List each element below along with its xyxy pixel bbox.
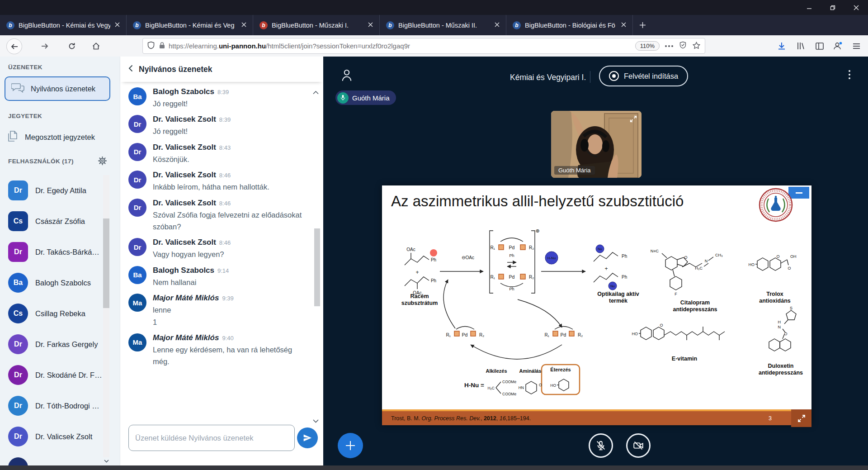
user-list-item[interactable]: Dr Dr. Tóth-Bodrogi …: [0, 390, 105, 421]
svg-text:N: N: [778, 325, 781, 329]
scroll-down-icon[interactable]: [103, 457, 109, 465]
notes-section-label: JEGYETEK: [8, 113, 42, 119]
url-bar[interactable]: https://elearning.uni-pannon.hu/html5cli…: [142, 38, 705, 54]
restore-window-icon[interactable]: [821, 0, 844, 15]
unmute-microphone-button[interactable]: [589, 433, 613, 458]
options-menu-icon[interactable]: [849, 70, 850, 79]
browser-tab[interactable]: b BigBlueButton - Biológiai és Fö: [506, 15, 633, 35]
presentation-slide[interactable]: Az aszimmetrikus allil-helyzetű szubszti…: [382, 185, 811, 425]
user-list-item[interactable]: Cs Császár Zsófia: [0, 206, 105, 237]
svg-text:OH: OH: [790, 254, 797, 259]
close-tab-icon[interactable]: [241, 22, 248, 29]
reload-icon[interactable]: [64, 38, 79, 53]
svg-text:Ph: Ph: [431, 257, 436, 262]
menu-item[interactable]: [50, 0, 60, 15]
svg-text:N≡C: N≡C: [651, 249, 659, 253]
menu-item[interactable]: [10, 0, 20, 15]
close-tab-icon[interactable]: [114, 22, 122, 29]
user-name: Császár Zsófia: [35, 217, 85, 226]
user-avatar: Dr: [8, 180, 28, 200]
sidebar-toggle-icon[interactable]: [812, 38, 827, 53]
browser-tab[interactable]: b BigBlueButton - Kémiai és Veg: [127, 15, 253, 35]
share-webcam-button[interactable]: [626, 433, 651, 458]
user-list-item[interactable]: Dr Dr. Farkas Gergely: [0, 329, 105, 360]
browser-tab[interactable]: b BigBlueButton - Műszaki I.: [253, 15, 380, 35]
menu-item[interactable]: [70, 0, 80, 15]
menu-item[interactable]: [30, 0, 40, 15]
download-icon[interactable]: [774, 38, 789, 53]
chat-header: Nyilvános üzenetek: [120, 57, 323, 82]
bbb-main-area: Kémiai és Vegyipari I. Felvétel indítása…: [323, 57, 868, 470]
user-name: Csillag Rebeka: [35, 309, 85, 318]
chat-scroll-down-icon[interactable]: [313, 417, 319, 425]
menu-item[interactable]: [0, 0, 10, 15]
user-name: Dr. Valicsek Zsolt: [35, 432, 92, 441]
presentation-title-icon[interactable]: [340, 68, 353, 84]
chat-message: Dr Dr. Valicsek Zsolt8:46 Inkább leírom,…: [128, 171, 309, 193]
scrollbar-thumb[interactable]: [103, 218, 109, 308]
close-tab-icon[interactable]: [494, 22, 501, 29]
sidebar-item-public-chat[interactable]: Nyilvános üzenetek: [5, 76, 110, 101]
messages-section-label: ÜZENETEK: [8, 64, 42, 71]
library-icon[interactable]: [793, 38, 808, 53]
svg-text:⊕: ⊕: [535, 228, 539, 233]
message-time: 9:40: [222, 335, 233, 342]
chat-back-icon[interactable]: [128, 65, 133, 74]
actions-plus-button[interactable]: [338, 433, 363, 458]
start-recording-button[interactable]: Felvétel indítása: [599, 66, 688, 86]
firefox-menubar: [0, 0, 868, 15]
user-name: Dr. Farkas Gergely: [35, 340, 98, 349]
browser-tab[interactable]: b BigBlueButton - Műszaki II.: [380, 15, 506, 35]
user-list-item[interactable]: Cs Csillag Rebeka: [0, 298, 105, 329]
avatar-initials: Dr: [14, 402, 22, 410]
message-avatar: Dr: [128, 171, 146, 189]
user-list-scrollbar[interactable]: [103, 175, 109, 457]
lock-icon[interactable]: [159, 42, 165, 51]
message-avatar: Dr: [128, 115, 146, 133]
user-list-item[interactable]: Dr Dr. Egedy Attila (Én): [0, 175, 105, 206]
page-actions-icon[interactable]: [665, 45, 673, 47]
hamburger-menu-icon[interactable]: [849, 38, 864, 53]
manage-users-gear-icon[interactable]: [98, 156, 107, 167]
chat-message-input[interactable]: [129, 425, 294, 451]
user-name: Dr. Egedy Attila (Én): [35, 186, 86, 195]
new-tab-button[interactable]: [633, 15, 652, 35]
svg-text:R₁: R₁: [490, 245, 495, 250]
webcam-fullscreen-icon[interactable]: [627, 113, 639, 125]
svg-text:H₃C: H₃C: [695, 266, 703, 271]
chat-scroll-up-icon[interactable]: [313, 88, 319, 96]
close-window-icon[interactable]: [844, 0, 868, 15]
forward-icon[interactable]: [37, 38, 52, 53]
svg-text:S: S: [790, 306, 793, 310]
account-icon[interactable]: [830, 38, 845, 53]
record-icon: [609, 71, 619, 81]
home-icon[interactable]: [89, 38, 104, 53]
user-list-item[interactable]: Dr Dr. Takács-Bárká…: [0, 237, 105, 267]
send-message-button[interactable]: [297, 427, 318, 448]
webcam-video[interactable]: Guóth Mária: [551, 111, 642, 178]
minimize-window-icon[interactable]: [797, 0, 821, 15]
menu-item[interactable]: [20, 0, 30, 15]
back-icon[interactable]: [6, 38, 22, 54]
active-talker-pill[interactable]: Guóth Mária: [335, 90, 396, 105]
svg-text:OAc: OAc: [406, 247, 415, 252]
svg-text:Nu: Nu: [610, 284, 615, 288]
menu-item[interactable]: [40, 0, 50, 15]
zoom-level-badge[interactable]: 110%: [635, 41, 660, 51]
slide-fullscreen-button[interactable]: [791, 409, 811, 427]
tracking-shield-icon[interactable]: [147, 41, 155, 51]
chat-scrollbar-thumb[interactable]: [314, 228, 320, 306]
user-list-item[interactable]: Ba Balogh Szabolcs: [0, 267, 105, 298]
bigbluebutton-favicon: b: [133, 21, 141, 29]
chat-message: Dr Dr. Valicsek Zsolt8:39 Jó reggelt!: [128, 115, 309, 137]
close-tab-icon[interactable]: [621, 22, 628, 29]
sidebar-item-shared-notes[interactable]: Megosztott jegyzetek: [7, 124, 111, 150]
browser-tab[interactable]: b BigBlueButton - Kémiai és Vegy: [0, 15, 127, 35]
bookmark-star-icon[interactable]: [693, 42, 700, 51]
save-shield-icon[interactable]: [679, 41, 686, 51]
close-tab-icon[interactable]: [368, 22, 375, 29]
menu-item[interactable]: [60, 0, 70, 15]
user-list-item[interactable]: Dr Dr. Valicsek Zsolt: [0, 421, 105, 452]
message-sender: Major Máté Miklós: [153, 333, 219, 342]
user-list-item[interactable]: Dr Dr. Skodáné Dr. F…: [0, 360, 105, 390]
